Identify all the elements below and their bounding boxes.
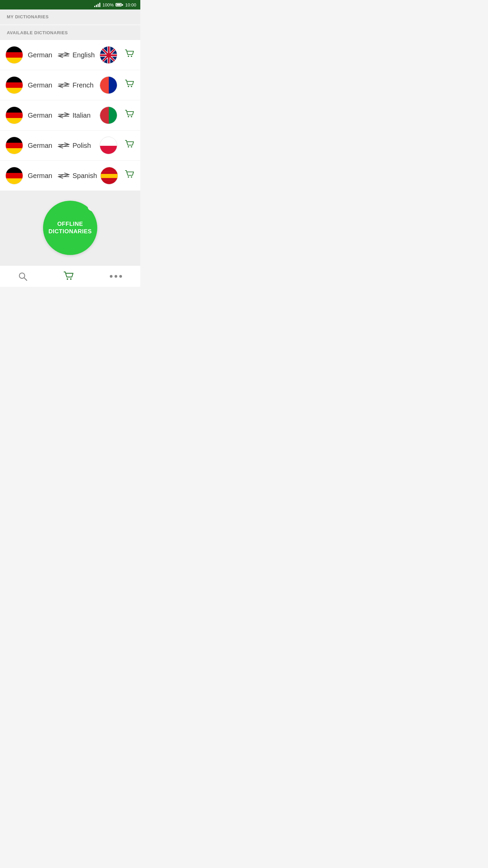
svg-point-38 — [67, 278, 68, 279]
bottom-navigation — [0, 265, 140, 287]
dict-item-german-polish[interactable]: German Polish — [0, 131, 140, 161]
available-dictionaries-header: AVAILABLE DICTIONARIES — [0, 25, 140, 40]
svg-point-34 — [128, 176, 129, 178]
cart-nav-button[interactable] — [63, 271, 74, 282]
svg-point-35 — [131, 176, 132, 178]
svg-point-42 — [119, 275, 122, 278]
svg-rect-33 — [101, 178, 118, 180]
svg-point-11 — [128, 56, 129, 57]
source-lang-label: German — [28, 112, 55, 119]
offline-section: OFFLINE DICTIONARIES — [0, 191, 140, 265]
svg-rect-32 — [101, 172, 118, 174]
svg-point-39 — [70, 278, 72, 279]
status-bar: 100% 10:00 — [0, 0, 140, 9]
cart-button[interactable] — [124, 79, 135, 92]
bidirectional-arrow — [58, 82, 70, 88]
svg-point-27 — [131, 146, 132, 147]
svg-point-16 — [128, 86, 129, 87]
svg-point-17 — [131, 86, 132, 87]
signal-icon — [94, 2, 100, 7]
source-lang-label: German — [28, 81, 55, 89]
dict-item-german-french[interactable]: German French — [0, 70, 140, 100]
battery-percentage: 100% — [102, 2, 114, 7]
bidirectional-arrow — [58, 112, 70, 119]
cart-button[interactable] — [124, 109, 135, 122]
my-dictionaries-header: MY DICTIONARIES — [0, 9, 140, 24]
svg-point-40 — [110, 275, 113, 278]
dict-item-german-english[interactable]: German English — [0, 40, 140, 70]
clock: 10:00 — [125, 2, 136, 7]
svg-line-37 — [24, 278, 27, 280]
german-flag — [5, 76, 23, 94]
dict-item-german-spanish[interactable]: German Spanish — [0, 161, 140, 191]
offline-dictionaries-button[interactable]: OFFLINE DICTIONARIES — [43, 201, 97, 255]
target-lang-label: Italian — [73, 112, 96, 119]
svg-point-12 — [131, 56, 132, 57]
dictionary-list: German English — [0, 40, 140, 191]
cart-button[interactable] — [124, 139, 135, 152]
source-lang-label: German — [28, 172, 55, 180]
target-lang-label: Polish — [73, 142, 96, 150]
target-lang-label: English — [73, 51, 96, 59]
source-lang-label: German — [28, 142, 55, 150]
search-nav-button[interactable] — [18, 271, 28, 281]
german-flag — [5, 46, 23, 64]
svg-point-22 — [131, 116, 132, 117]
battery-icon — [116, 3, 123, 6]
target-lang-label: French — [73, 81, 96, 89]
spanish-flag — [100, 167, 118, 184]
source-lang-label: German — [28, 51, 55, 59]
bidirectional-arrow — [58, 52, 70, 58]
svg-point-21 — [128, 116, 129, 117]
bidirectional-arrow — [58, 172, 70, 179]
cart-button[interactable] — [124, 48, 135, 62]
more-options-button[interactable] — [109, 274, 123, 279]
cart-button[interactable] — [124, 169, 135, 182]
german-flag — [5, 106, 23, 124]
german-flag — [5, 167, 23, 184]
svg-point-26 — [128, 146, 129, 147]
polish-flag — [100, 137, 117, 154]
dict-item-german-italian[interactable]: German Italian — [0, 100, 140, 131]
bidirectional-arrow — [58, 142, 70, 149]
german-flag — [5, 137, 23, 154]
french-flag — [100, 76, 117, 94]
svg-point-41 — [115, 275, 117, 278]
italian-flag — [100, 106, 117, 124]
target-lang-label: Spanish — [73, 172, 97, 180]
uk-flag — [100, 46, 117, 64]
